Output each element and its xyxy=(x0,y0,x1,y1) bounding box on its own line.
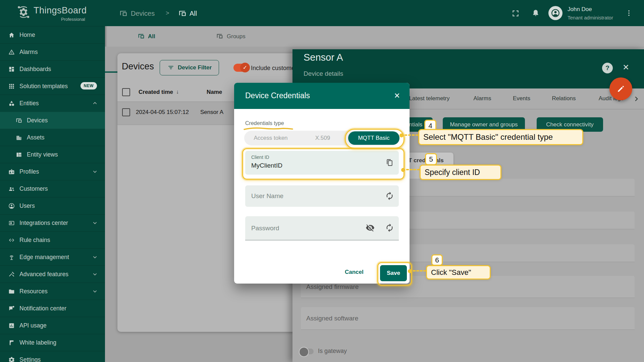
devices-icon xyxy=(178,9,187,18)
sidebar-item-label: Settings xyxy=(19,356,41,362)
username-input[interactable] xyxy=(251,185,362,207)
breadcrumb-separator: > xyxy=(166,10,169,17)
user-role: Tenant administrator xyxy=(568,15,613,20)
select-all-checkbox[interactable] xyxy=(122,88,130,96)
sidebar-item-profiles[interactable]: Profiles xyxy=(0,163,105,180)
breadcrumb-all[interactable]: All xyxy=(190,10,197,17)
cancel-button[interactable]: Cancel xyxy=(345,269,364,276)
sidebar-item-users[interactable]: Users xyxy=(0,197,105,215)
help-icon[interactable]: ? xyxy=(602,63,613,73)
credential-type-x-509[interactable]: X.509 xyxy=(297,131,348,145)
chevron-down-icon xyxy=(92,288,98,295)
sidebar-item-entities[interactable]: Entities xyxy=(0,95,105,112)
sidebar-item-dashboards[interactable]: Dashboards xyxy=(0,60,105,78)
device-panel-subtitle: Device details xyxy=(304,70,343,77)
sidebar-item-label: API usage xyxy=(19,322,47,329)
refresh-icon[interactable] xyxy=(385,223,394,232)
sidebar-item-settings[interactable]: Settings xyxy=(0,351,105,362)
sidebar-item-label: Resources xyxy=(19,288,48,295)
user-name: John Doe xyxy=(568,6,592,13)
sidebar-item-label: Assets xyxy=(27,134,45,141)
sidebar-item-label: Integrations center xyxy=(19,220,68,227)
thingsboard-app: Devices > All John Doe Tenant administra… xyxy=(0,0,644,362)
sidebar-item-assets[interactable]: Assets xyxy=(0,129,105,146)
shapes-icon xyxy=(8,100,15,107)
sidebar-item-label: Notification center xyxy=(19,305,66,312)
close-icon[interactable]: ✕ xyxy=(394,92,400,100)
sidebar-item-entity-views[interactable]: Entity views xyxy=(0,146,105,163)
sidebar-item-resources[interactable]: Resources xyxy=(0,283,105,300)
sidebar-item-label: Rule chains xyxy=(19,237,50,244)
client-id-input[interactable] xyxy=(251,162,379,169)
row-checkbox[interactable] xyxy=(122,108,130,116)
password-input[interactable] xyxy=(251,216,362,240)
tab-groups[interactable]: Groups xyxy=(189,26,273,47)
device-filter-button[interactable]: Device Filter xyxy=(160,60,219,75)
sidebar-item-label: Edge management xyxy=(19,254,69,261)
column-created-time[interactable]: Created time xyxy=(139,89,173,96)
client-id-field[interactable]: Client ID xyxy=(245,151,399,175)
sidebar-item-solution-templates[interactable]: Solution templatesNEW xyxy=(0,77,105,95)
sidebar-item-alarms[interactable]: Alarms xyxy=(0,43,105,61)
sidebar-item-label: Home xyxy=(19,32,35,39)
check-connectivity-button[interactable]: Check connectivity xyxy=(537,117,603,132)
breadcrumb-devices[interactable]: Devices xyxy=(131,10,155,17)
panel-tab-latest-telemetry[interactable]: Latest telemetry xyxy=(409,95,450,102)
sidebar-item-api-usage[interactable]: API usage xyxy=(0,317,105,334)
edit-fab-button[interactable] xyxy=(609,77,632,100)
sidebar-item-notification-center[interactable]: Notification center xyxy=(0,300,105,317)
filter-icon xyxy=(167,64,174,71)
sort-arrow-icon[interactable]: ↓ xyxy=(176,89,179,95)
devices-icon xyxy=(119,9,128,18)
bell-icon[interactable] xyxy=(531,9,540,17)
include-customer-toggle-thumb[interactable]: ✓ xyxy=(240,63,250,72)
notification-icon xyxy=(8,305,15,312)
copy-icon[interactable] xyxy=(385,158,394,167)
is-gateway-toggle-thumb[interactable] xyxy=(299,347,309,357)
sidebar-item-label: Profiles xyxy=(19,168,39,175)
save-button[interactable]: Save xyxy=(380,265,407,281)
sidebar-item-home[interactable]: Home xyxy=(0,26,105,44)
panel-tab-alarms[interactable]: Alarms xyxy=(474,95,491,102)
username-field[interactable] xyxy=(245,185,399,207)
sidebar-item-customers[interactable]: Customers xyxy=(0,180,105,197)
panel-tab-relations[interactable]: Relations xyxy=(552,95,576,102)
manage-owner-and-groups-button[interactable]: Manage owner and groups xyxy=(443,117,525,132)
app-name: ThingsBoard xyxy=(34,5,87,16)
credential-type-mqtt-basic[interactable]: MQTT Basic xyxy=(348,131,399,145)
sidebar-item-edge-management[interactable]: Edge management xyxy=(0,248,105,266)
panel-tab-events[interactable]: Events xyxy=(513,95,530,102)
assigned-software-field[interactable]: Assigned software xyxy=(301,307,635,330)
sidebar-item-devices[interactable]: Devices xyxy=(0,112,105,129)
eye-off-icon[interactable] xyxy=(366,223,375,232)
fullscreen-icon[interactable] xyxy=(511,9,520,18)
tab-all[interactable]: All xyxy=(105,26,189,47)
sidebar-item-white-labeling[interactable]: White labeling xyxy=(0,334,105,351)
sidebar-item-integrations-center[interactable]: Integrations center xyxy=(0,214,105,232)
avatar[interactable] xyxy=(548,6,562,20)
cell-name: Sensor A xyxy=(200,109,223,116)
folder-icon xyxy=(8,288,15,295)
sidebar-item-rule-chains[interactable]: Rule chains xyxy=(0,231,105,249)
device-credentials-dialog: Device Credentials ✕ Credentials type Ac… xyxy=(234,83,410,284)
person-icon xyxy=(8,202,15,209)
dialog-header: Device Credentials ✕ xyxy=(234,83,410,109)
quilt-icon xyxy=(15,151,22,158)
annotation-underline xyxy=(244,127,294,130)
column-name[interactable]: Name xyxy=(207,89,222,96)
chevron-up-icon xyxy=(92,100,98,107)
badge-icon xyxy=(8,168,15,175)
sidebar-item-advanced-features[interactable]: Advanced features xyxy=(0,265,105,283)
credential-type-access-token[interactable]: Access token xyxy=(244,131,297,145)
building-icon xyxy=(15,134,22,141)
password-field[interactable] xyxy=(245,216,399,240)
sidebar-item-label: Entities xyxy=(19,100,39,107)
chevron-right-icon[interactable] xyxy=(632,95,641,103)
close-icon[interactable]: ✕ xyxy=(623,63,629,72)
client-id-label: Client ID xyxy=(251,155,269,160)
devices-icon xyxy=(138,33,145,40)
app-edition: Professional xyxy=(61,17,85,22)
refresh-icon[interactable] xyxy=(385,191,394,200)
cell-created-time: 2024-04-05 15:07:12 xyxy=(136,109,189,116)
more-vert-icon[interactable] xyxy=(625,9,633,17)
